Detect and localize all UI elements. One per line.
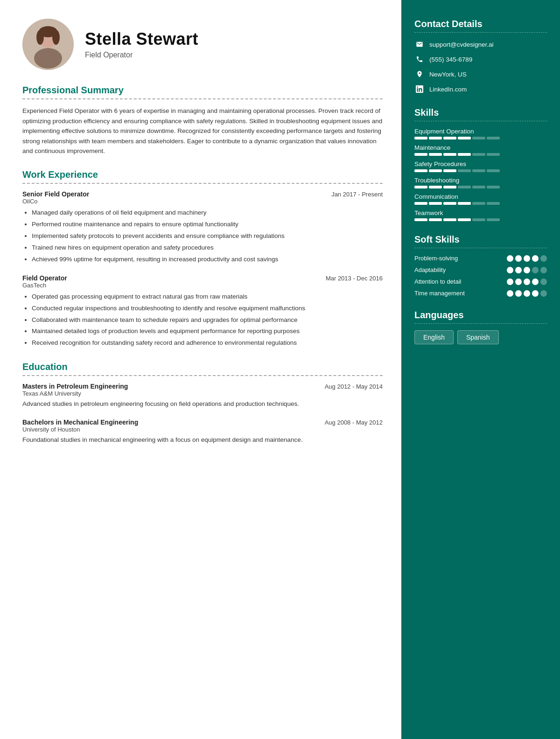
- contact-section: Contact Details support@cvdesigner.ai (5…: [414, 19, 547, 94]
- contact-list: support@cvdesigner.ai (555) 345-6789 New…: [414, 39, 547, 94]
- language-badge-english: English: [414, 330, 454, 344]
- soft-skill-dot: [515, 290, 522, 297]
- skill-bar-segment: [443, 218, 456, 221]
- job-title: Field Operator: [22, 274, 67, 282]
- job-company: GasTech: [22, 282, 383, 289]
- soft-skill-dot: [540, 290, 547, 297]
- skill-bar-segment: [487, 153, 500, 156]
- left-column: Stella Stewart Field Operator Profession…: [0, 0, 401, 739]
- skill-bar-segment: [443, 153, 456, 156]
- header-text: Stella Stewart Field Operator: [85, 29, 198, 59]
- education-title: Education: [22, 362, 383, 372]
- svg-point-1: [34, 48, 62, 69]
- summary-section-title: Professional Summary: [22, 85, 383, 96]
- summary-text: Experienced Field Operator with 6 years …: [22, 106, 383, 156]
- skill-bar: [414, 169, 547, 172]
- language-badge-spanish: Spanish: [457, 330, 499, 344]
- job-bullet: Trained new hires on equipment operation…: [32, 243, 383, 253]
- soft-skills-list: Problem-solving Adaptability Attention t…: [414, 255, 547, 297]
- languages-divider: [414, 323, 547, 324]
- edu-dates: Aug 2012 - May 2014: [325, 383, 383, 390]
- soft-skill-item-1: Adaptability: [414, 266, 547, 273]
- skill-name: Equipment Operation: [414, 128, 547, 135]
- skill-item-5: Teamwork: [414, 209, 547, 221]
- skill-item-1: Maintenance: [414, 144, 547, 156]
- skill-bar-segment: [429, 186, 442, 188]
- soft-skill-dot: [507, 290, 513, 297]
- soft-skill-dots: [507, 290, 547, 297]
- soft-skill-name: Adaptability: [414, 266, 507, 273]
- soft-skill-dot: [540, 279, 547, 285]
- skill-bar-segment: [443, 186, 456, 188]
- skill-bar-segment: [472, 202, 485, 205]
- skill-bar-segment: [487, 186, 500, 188]
- soft-skills-title: Soft Skills: [414, 234, 547, 245]
- skill-bar-segment: [458, 202, 471, 205]
- contact-item-phone: (555) 345-6789: [414, 54, 547, 64]
- contact-text: NewYork, US: [429, 71, 467, 78]
- skill-name: Safety Procedures: [414, 160, 547, 167]
- skill-bar: [414, 186, 547, 188]
- skill-bar-segment: [443, 137, 456, 139]
- skill-bar-segment: [458, 169, 471, 172]
- skill-bar-segment: [429, 153, 442, 156]
- soft-skill-dot: [532, 255, 539, 262]
- edu-header: Bachelors in Mechanical Engineering Aug …: [22, 418, 383, 426]
- job-header: Senior Field Operator Jan 2017 - Present: [22, 190, 383, 198]
- edu-dates: Aug 2008 - May 2012: [325, 419, 383, 426]
- skill-bar-segment: [487, 202, 500, 205]
- skill-name: Maintenance: [414, 144, 547, 151]
- job-title: Senior Field Operator: [22, 190, 89, 198]
- skill-bar-segment: [429, 137, 442, 139]
- soft-skill-dot: [524, 290, 530, 297]
- contact-divider: [414, 32, 547, 33]
- job-bullet: Operated gas processing equipment to ext…: [32, 292, 383, 302]
- soft-skill-dot: [532, 279, 539, 285]
- edu-degree: Bachelors in Mechanical Engineering: [22, 418, 138, 426]
- contact-item-linkedin: LinkedIn.com: [414, 84, 547, 94]
- soft-skill-item-0: Problem-solving: [414, 255, 547, 262]
- contact-item-location: NewYork, US: [414, 69, 547, 79]
- skill-bar-segment: [414, 169, 427, 172]
- summary-divider: [22, 98, 383, 99]
- header: Stella Stewart Field Operator: [22, 19, 383, 70]
- contact-section-title: Contact Details: [414, 19, 547, 29]
- job-item-1: Field Operator Mar 2013 - Dec 2016 GasTe…: [22, 274, 383, 349]
- soft-skill-dot: [524, 267, 530, 273]
- candidate-name: Stella Stewart: [85, 29, 198, 49]
- skill-bar-segment: [429, 169, 442, 172]
- soft-skill-dot: [540, 255, 547, 262]
- skill-bar: [414, 218, 547, 221]
- job-bullet: Managed daily operations of oil field eq…: [32, 208, 383, 218]
- job-item-0: Senior Field Operator Jan 2017 - Present…: [22, 190, 383, 265]
- skill-bar-segment: [472, 186, 485, 188]
- job-bullet: Maintained detailed logs of production l…: [32, 326, 383, 337]
- education-section: Education Masters in Petroleum Engineeri…: [22, 362, 383, 445]
- skills-section: Skills Equipment Operation Maintenance S…: [414, 107, 547, 221]
- skill-bar-segment: [443, 169, 456, 172]
- languages-title: Languages: [414, 310, 547, 321]
- skill-name: Troubleshooting: [414, 177, 547, 184]
- job-bullet: Conducted regular inspections and troubl…: [32, 303, 383, 314]
- skill-bar-segment: [472, 137, 485, 139]
- languages-section: Languages EnglishSpanish: [414, 310, 547, 344]
- skill-item-0: Equipment Operation: [414, 128, 547, 139]
- edu-item-1: Bachelors in Mechanical Engineering Aug …: [22, 418, 383, 445]
- soft-skill-item-2: Attention to detail: [414, 278, 547, 285]
- skills-section-title: Skills: [414, 107, 547, 118]
- skill-bar: [414, 202, 547, 205]
- skill-bar-segment: [458, 153, 471, 156]
- soft-skill-dot: [532, 290, 539, 297]
- skill-bar-segment: [487, 137, 500, 139]
- contact-text: support@cvdesigner.ai: [429, 41, 494, 48]
- contact-item-email: support@cvdesigner.ai: [414, 39, 547, 49]
- candidate-title: Field Operator: [85, 51, 198, 59]
- soft-skill-item-3: Time management: [414, 290, 547, 297]
- edu-item-0: Masters in Petroleum Engineering Aug 201…: [22, 383, 383, 409]
- soft-skill-dot: [540, 267, 547, 273]
- work-experience-divider: [22, 183, 383, 184]
- job-company: OilCo: [22, 198, 383, 205]
- soft-skill-dot: [507, 267, 513, 273]
- soft-skill-dots: [507, 279, 547, 285]
- skill-bar-segment: [458, 137, 471, 139]
